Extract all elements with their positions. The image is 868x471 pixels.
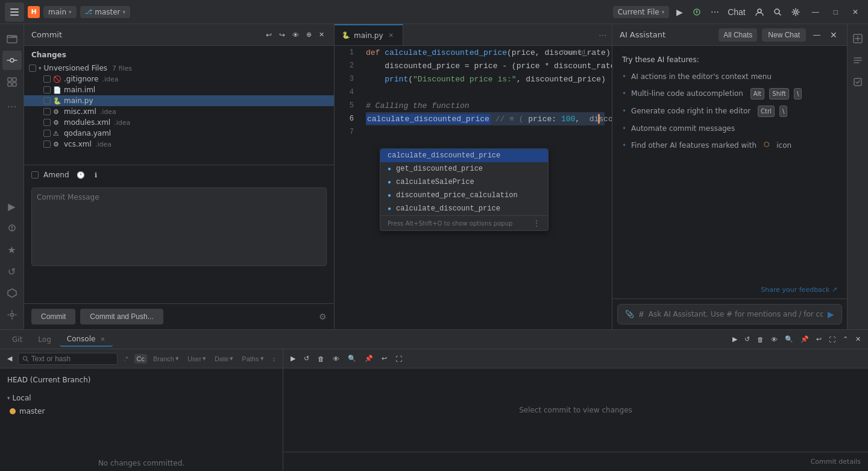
all-chats-button[interactable]: All Chats bbox=[719, 28, 757, 42]
file-item-selected[interactable]: 🐍 main.py bbox=[24, 95, 334, 106]
git-search-input[interactable] bbox=[31, 355, 113, 363]
redo-button[interactable]: ↪ bbox=[277, 28, 288, 42]
git-right-expand[interactable]: ⛶ bbox=[393, 353, 404, 365]
git-regex-button[interactable]: .* bbox=[121, 354, 130, 364]
file-checkbox[interactable] bbox=[43, 108, 51, 115]
bottom-pin-icon[interactable]: 📌 bbox=[798, 333, 811, 346]
activity-folder-icon[interactable] bbox=[2, 29, 22, 48]
editor-content[interactable]: 1 2 3 4 5 6 7 def calculate_discounted_p… bbox=[335, 46, 612, 329]
right-activity-icon-2[interactable] bbox=[848, 51, 867, 70]
commit-settings-icon[interactable]: ⚙ bbox=[319, 312, 327, 321]
close-panel-button[interactable]: ✕ bbox=[316, 28, 327, 41]
activity-run-icon[interactable]: ▶ bbox=[2, 197, 22, 216]
git-paths-filter[interactable]: Paths ▾ bbox=[239, 353, 266, 364]
ac-more-button[interactable]: ⋮ bbox=[532, 218, 541, 228]
ai-feedback-link[interactable]: Share your feedback ↗ bbox=[612, 281, 847, 299]
bottom-eye-icon[interactable]: 👁 bbox=[769, 333, 780, 346]
git-left-arrow[interactable]: ◀ bbox=[5, 352, 14, 365]
file-checkbox[interactable] bbox=[43, 97, 51, 104]
amend-info-icon[interactable]: ℹ bbox=[92, 169, 99, 182]
git-right-clear[interactable]: 🗑 bbox=[315, 353, 327, 365]
file-item[interactable]: ⚠ qodana.yaml bbox=[24, 128, 334, 139]
git-right-eye[interactable]: 👁 bbox=[330, 353, 342, 365]
git-right-search[interactable]: 🔍 bbox=[345, 352, 359, 365]
current-file-pill[interactable]: Current File ▾ bbox=[613, 6, 670, 18]
activity-loop-icon[interactable]: ↺ bbox=[2, 262, 22, 281]
search-icon[interactable] bbox=[771, 5, 784, 19]
project-name-pill[interactable]: main ▾ bbox=[43, 6, 77, 18]
ai-close-button[interactable]: ✕ bbox=[828, 28, 840, 42]
amend-checkbox[interactable] bbox=[31, 171, 39, 179]
commit-button[interactable]: Commit bbox=[31, 309, 75, 324]
bottom-tab-git[interactable]: Git bbox=[5, 333, 30, 346]
activity-settings-icon[interactable] bbox=[2, 305, 22, 324]
more-options-button[interactable]: ⋯ bbox=[708, 5, 722, 19]
bottom-undo-icon[interactable]: ↩ bbox=[814, 333, 824, 346]
editor-tab-main-py[interactable]: 🐍 main.py ✕ bbox=[335, 24, 403, 45]
user-icon[interactable] bbox=[753, 5, 766, 19]
git-user-filter[interactable]: User ▾ bbox=[185, 353, 209, 364]
branch-pill[interactable]: ⎇ master ▾ bbox=[80, 6, 131, 18]
ai-input-field[interactable] bbox=[649, 310, 823, 318]
bottom-tab-console[interactable]: Console ✕ bbox=[60, 332, 113, 347]
file-item[interactable]: ⚙ misc.xml .idea bbox=[24, 106, 334, 117]
activity-debug-icon[interactable] bbox=[2, 218, 22, 238]
git-branch-filter[interactable]: Branch ▾ bbox=[151, 353, 181, 364]
git-case-button[interactable]: Cc bbox=[134, 354, 147, 364]
chat-button[interactable]: Chat bbox=[725, 5, 748, 19]
git-right-pin[interactable]: 📌 bbox=[362, 352, 376, 365]
bottom-tab-log[interactable]: Log bbox=[31, 333, 58, 346]
maximize-button[interactable]: □ bbox=[829, 5, 843, 19]
close-button[interactable]: ✕ bbox=[848, 5, 863, 19]
ac-item-4[interactable]: ● calculate_discount_price bbox=[380, 202, 548, 215]
unversioned-checkbox[interactable] bbox=[29, 65, 36, 72]
file-item[interactable]: ⚙ modules.xml .idea bbox=[24, 117, 334, 128]
bottom-run-icon[interactable]: ▶ bbox=[730, 333, 740, 346]
local-branch-header[interactable]: ▾ Local bbox=[5, 391, 278, 405]
tab-more-icon[interactable]: ⋯ bbox=[594, 30, 612, 40]
ac-item-2[interactable]: ● calculateSalePrice bbox=[380, 175, 548, 189]
commit-message-input[interactable] bbox=[31, 188, 327, 266]
bottom-search-icon[interactable]: 🔍 bbox=[782, 333, 796, 346]
git-right-run[interactable]: ▶ bbox=[288, 352, 298, 365]
diff-view-button[interactable]: 👁 bbox=[290, 29, 301, 41]
amend-history-icon[interactable]: 🕐 bbox=[74, 169, 87, 182]
tab-close-icon[interactable]: ✕ bbox=[387, 31, 395, 39]
file-checkbox[interactable] bbox=[43, 130, 51, 137]
bottom-close-icon[interactable]: ✕ bbox=[853, 333, 863, 346]
file-checkbox[interactable] bbox=[43, 141, 51, 148]
ai-send-button[interactable]: ▶ bbox=[828, 309, 834, 319]
activity-deploy-icon[interactable] bbox=[2, 283, 22, 303]
right-activity-icon-3[interactable] bbox=[848, 72, 867, 92]
bottom-expand-icon[interactable]: ⛶ bbox=[826, 333, 838, 346]
file-checkbox[interactable] bbox=[43, 119, 51, 126]
file-checkbox[interactable] bbox=[43, 86, 51, 93]
head-branch-header[interactable]: HEAD (Current Branch) bbox=[5, 373, 278, 387]
ai-attach-icon[interactable]: 📎 bbox=[625, 310, 634, 318]
debug-button[interactable] bbox=[690, 5, 703, 19]
ac-item-0[interactable]: calculate_discounted_price bbox=[380, 149, 548, 162]
ac-item-1[interactable]: ● get_discounted_price bbox=[380, 162, 548, 175]
undo-button[interactable]: ↩ bbox=[263, 28, 274, 42]
file-item[interactable]: ⚙ vcs.xml .idea bbox=[24, 139, 334, 150]
minimize-button[interactable]: — bbox=[807, 5, 824, 19]
commit-push-button[interactable]: Commit and Push... bbox=[80, 309, 163, 324]
git-date-filter[interactable]: Date ▾ bbox=[212, 353, 236, 364]
file-item[interactable]: 📄 main.iml bbox=[24, 84, 334, 95]
git-right-refresh[interactable]: ↺ bbox=[301, 352, 312, 365]
activity-commit-icon[interactable] bbox=[2, 51, 22, 70]
expand-button[interactable]: ⊕ bbox=[304, 28, 314, 41]
ai-hash-icon[interactable]: # bbox=[639, 309, 644, 319]
bottom-clear-icon[interactable]: 🗑 bbox=[755, 333, 766, 346]
console-close-icon[interactable]: ✕ bbox=[100, 336, 105, 343]
ac-item-3[interactable]: ● discounted_price_calculation bbox=[380, 189, 548, 202]
run-button[interactable]: ▶ bbox=[674, 5, 685, 19]
right-activity-icon-1[interactable] bbox=[848, 29, 867, 48]
file-checkbox[interactable] bbox=[43, 75, 51, 83]
bottom-collapse-icon[interactable]: ⌃ bbox=[840, 333, 851, 346]
settings-icon[interactable] bbox=[789, 5, 802, 19]
unversioned-group-header[interactable]: ▾ Unversioned Files 7 files bbox=[24, 63, 334, 74]
file-item[interactable]: 🚫 .gitignore .idea bbox=[24, 74, 334, 84]
activity-more-icon[interactable]: ⋯ bbox=[2, 96, 22, 116]
activity-plugins-icon[interactable] bbox=[2, 72, 22, 92]
